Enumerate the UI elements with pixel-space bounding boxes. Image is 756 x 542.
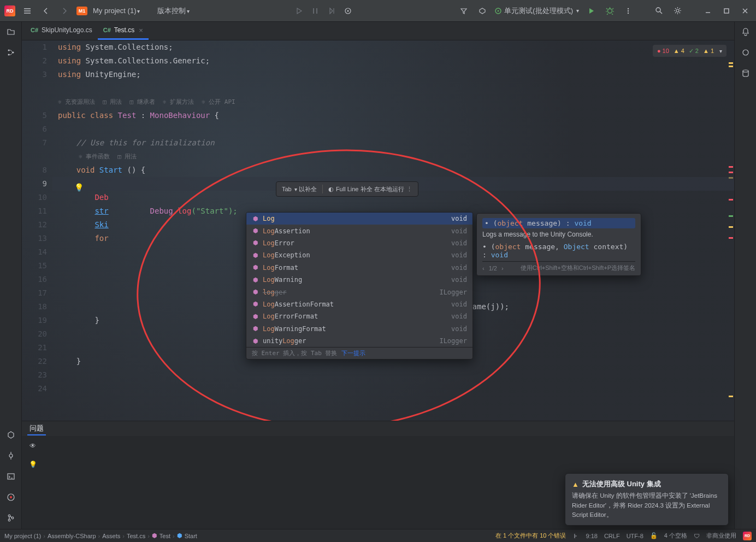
svg-point-4	[628, 8, 629, 9]
debug-button[interactable]	[603, 4, 616, 17]
git-branch-indicator[interactable]	[572, 533, 579, 539]
status-message[interactable]: 在 1 个文件中有 10 个错误	[495, 532, 566, 540]
problems-tool-icon[interactable]	[4, 491, 17, 504]
svg-point-5	[628, 10, 629, 11]
line-separator[interactable]: CRLF	[604, 533, 620, 539]
completion-item[interactable]: ⬢LogErrorvoid	[246, 237, 472, 249]
license-indicator[interactable]: 非商业使用	[706, 532, 736, 540]
editor-tabs: C# SkipUnityLogo.cs C# Test.cs ×	[22, 22, 734, 40]
completion-item[interactable]: ⬢LogAssertionvoid	[246, 225, 472, 237]
git-tool-icon[interactable]	[4, 511, 17, 525]
completion-item[interactable]: ⬢LogFormatvoid	[246, 262, 472, 274]
sig-next-button[interactable]: ›	[501, 265, 504, 272]
svg-point-21	[743, 70, 748, 72]
main-menu-button[interactable]	[21, 4, 34, 17]
csharp-icon: C#	[103, 27, 111, 33]
svg-point-17	[8, 515, 10, 517]
eye-icon[interactable]: 👁	[26, 439, 39, 452]
left-tool-rail	[0, 22, 22, 529]
method-icon: ⬢	[252, 239, 259, 247]
ai-button[interactable]	[341, 4, 355, 17]
indent-indicator[interactable]: 4 个空格	[664, 532, 687, 540]
method-icon: ⬢	[252, 288, 259, 296]
editor-tab-skipunitylogo[interactable]: C# SkipUnityLogo.cs	[25, 22, 98, 40]
code-lens-row[interactable]: ⚛ 事件函数 ◫ 用法	[52, 150, 734, 163]
intention-bulb-icon[interactable]: 💡	[74, 181, 82, 188]
commit-tool-icon[interactable]	[4, 449, 17, 462]
completion-item[interactable]: ⬢Logvoid	[246, 213, 472, 225]
terminal-tool-icon[interactable]	[4, 470, 17, 483]
completion-item[interactable]: ⬢LogErrorFormatvoid	[246, 310, 472, 322]
project-tool-icon[interactable]	[4, 25, 17, 38]
step-button[interactable]	[325, 4, 338, 17]
completion-item[interactable]: ⬢loggerILogger	[246, 286, 472, 298]
warning-count: ▲ 4	[674, 48, 684, 54]
minimize-button[interactable]	[701, 4, 714, 17]
status-bar: My project (1)› Assembly-CSharp› Assets›…	[0, 529, 756, 542]
method-icon: ⬢	[252, 251, 259, 259]
svg-point-18	[8, 519, 10, 521]
right-tool-rail	[734, 22, 756, 529]
completion-item[interactable]: ⬢LogExceptionvoid	[246, 249, 472, 261]
inspection-summary[interactable]: ● 10 ▲ 4 ✓ 2 ▲ 1 ▾	[653, 45, 727, 57]
next-hint-link[interactable]: 下一提示	[341, 349, 365, 357]
completion-popup[interactable]: ⬢Logvoid⬢LogAssertionvoid⬢LogErrorvoid⬢L…	[246, 212, 473, 360]
close-window-button[interactable]	[739, 4, 752, 17]
settings-button[interactable]	[671, 4, 684, 17]
chevron-down-icon[interactable]: ▾	[719, 48, 722, 54]
problems-tab[interactable]: 问题	[27, 422, 46, 435]
method-icon: ⬢	[252, 301, 259, 308]
inspection-indicator[interactable]: 🛡	[694, 533, 700, 539]
method-icon: ⬢	[252, 325, 259, 333]
method-icon: ⬢	[252, 276, 259, 284]
ok-count: ✓ 2	[689, 48, 699, 55]
run-config-selector[interactable]: 单元测试(批处理模式)▾	[494, 6, 579, 16]
method-icon: ⬢	[252, 215, 259, 222]
method-icon: ⬢	[252, 337, 259, 345]
warning-icon: ▲	[572, 480, 579, 488]
ai-chat-tool-icon[interactable]	[739, 46, 752, 59]
svg-point-6	[628, 12, 629, 13]
file-encoding[interactable]: UTF-8	[627, 533, 643, 539]
nav-forward-button[interactable]	[58, 4, 71, 17]
bulb-icon[interactable]: 💡	[26, 458, 39, 471]
resume-button[interactable]	[292, 4, 305, 17]
services-tool-icon[interactable]	[4, 428, 17, 441]
readonly-indicator[interactable]: 🔓	[650, 532, 658, 539]
completion-item[interactable]: ⬢unityLoggerILogger	[246, 335, 472, 347]
code-lens-row[interactable]: ⚛ 充资源用法 ◫ 用法 ◫ 继承者 ⚛ 扩展方法 ⚛ 公开 API	[52, 95, 734, 109]
completion-item[interactable]: ⬢LogWarningvoid	[246, 274, 472, 286]
notification-toast[interactable]: ▲无法使用高级 Unity 集成 请确保在 Unity 的软件包管理器中安装了 …	[565, 473, 729, 526]
more-icon[interactable]: ⋮	[406, 186, 412, 193]
method-icon: ⬢	[252, 313, 259, 320]
editor-area: C# SkipUnityLogo.cs C# Test.cs × ● 10 ▲ …	[22, 22, 734, 529]
structure-tool-icon[interactable]	[4, 46, 17, 59]
caret-position[interactable]: 9:18	[586, 533, 597, 539]
run-button[interactable]	[584, 4, 598, 17]
signature-popup: • (object message) : void Logs a message…	[476, 213, 641, 276]
method-icon: ⬢	[252, 264, 259, 272]
project-selector[interactable]: My project (1)▾	[93, 7, 140, 15]
build-button[interactable]	[476, 4, 489, 17]
sig-prev-button[interactable]: ‹	[482, 265, 485, 272]
svg-point-3	[607, 9, 612, 13]
database-tool-icon[interactable]	[739, 67, 752, 80]
breadcrumb[interactable]: My project (1)› Assembly-CSharp› Assets›…	[4, 532, 197, 539]
search-button[interactable]	[652, 4, 665, 17]
filter-button[interactable]	[457, 4, 470, 17]
close-tab-icon[interactable]: ×	[139, 26, 143, 34]
line-gutter: 1 2 3 5 6 7 8 9 10 11 12 13 14 15	[22, 40, 52, 421]
pause-button[interactable]	[309, 4, 322, 17]
editor-tab-test[interactable]: C# Test.cs ×	[98, 22, 149, 40]
completion-item[interactable]: ⬢LogAssertionFormatvoid	[246, 298, 472, 310]
maximize-button[interactable]	[720, 4, 733, 17]
svg-point-8	[676, 9, 679, 12]
titlebar: RD M1 My project (1)▾ 版本控制▾ 单元测试(批处理模式)▾	[0, 0, 756, 22]
vcs-menu[interactable]: 版本控制▾	[157, 6, 190, 16]
ide-logo: RD	[4, 5, 15, 16]
more-actions-button[interactable]	[622, 4, 635, 17]
nav-back-button[interactable]	[39, 4, 52, 17]
completion-item[interactable]: ⬢LogWarningFormatvoid	[246, 323, 472, 335]
notifications-tool-icon[interactable]	[739, 25, 752, 38]
csharp-icon: C#	[31, 27, 38, 33]
